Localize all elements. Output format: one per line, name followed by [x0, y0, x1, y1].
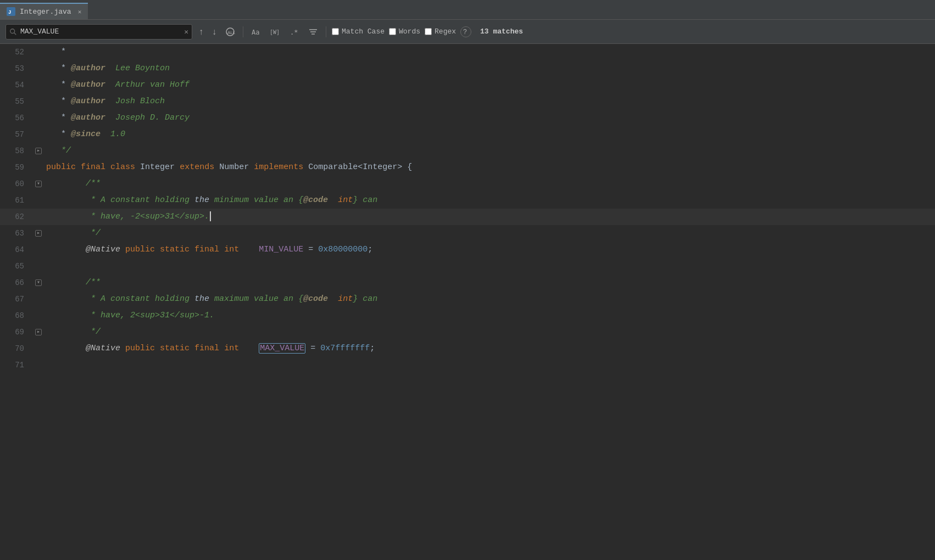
tab-filename: Integer.java — [20, 8, 71, 16]
code-content: * A constant holding the minimum value a… — [44, 192, 935, 209]
fold-gutter — [33, 159, 44, 176]
match-case-checkbox-label[interactable]: Match Case — [332, 27, 385, 36]
line-number: 64 — [0, 242, 33, 258]
fold-close-icon[interactable]: ▸ — [35, 230, 42, 237]
fold-gutter — [33, 340, 44, 357]
fold-gutter: ▸ — [33, 225, 44, 242]
java-file-icon: J — [7, 7, 15, 16]
code-content: * @author Arthur van Hoff — [44, 77, 935, 93]
filter-button[interactable] — [306, 26, 320, 38]
code-content: /** — [44, 275, 935, 291]
match-case-checkbox[interactable] — [332, 28, 339, 35]
svg-text:ALL: ALL — [227, 30, 235, 35]
search-input[interactable] — [20, 27, 181, 36]
svg-text:[W]: [W] — [270, 29, 280, 35]
code-line[interactable]: 56 * @author Joseph D. Darcy — [0, 110, 935, 126]
words-checkbox[interactable] — [389, 28, 396, 35]
fold-open-icon[interactable]: ▾ — [35, 279, 42, 286]
code-line[interactable]: 67 * A constant holding the maximum valu… — [0, 291, 935, 307]
line-number: 66 — [0, 275, 33, 291]
search-find-all-button[interactable]: ALL — [223, 26, 237, 38]
code-content: * @since 1.0 — [44, 126, 935, 143]
help-button[interactable]: ? — [460, 26, 471, 37]
regex-checkbox-label[interactable]: Regex — [425, 27, 456, 36]
line-number: 70 — [0, 340, 33, 357]
word-button-icon: [W] — [270, 27, 281, 37]
toggle-regex-button[interactable]: .* — [287, 26, 302, 38]
code-content — [44, 357, 935, 373]
code-content: * have, 2<sup>31</sup>-1. — [44, 307, 935, 324]
code-line[interactable]: 61 * A constant holding the minimum valu… — [0, 192, 935, 209]
code-content: /** — [44, 176, 935, 192]
tab-integer-java[interactable]: J Integer.java ✕ — [0, 3, 88, 19]
fold-gutter — [33, 192, 44, 209]
line-number: 68 — [0, 307, 33, 324]
tab-close-button[interactable]: ✕ — [78, 8, 82, 15]
match-count: 13 matches — [480, 27, 523, 36]
code-line[interactable]: 58▸ */ — [0, 143, 935, 159]
separator-2 — [326, 26, 326, 37]
line-number: 65 — [0, 258, 33, 275]
fold-gutter — [33, 77, 44, 93]
regex-checkbox[interactable] — [425, 28, 432, 35]
code-content: * @author Lee Boynton — [44, 60, 935, 77]
words-checkbox-label[interactable]: Words — [389, 27, 420, 36]
line-number: 52 — [0, 44, 33, 60]
code-line[interactable]: 65 — [0, 258, 935, 275]
code-content: @Native public static final int MIN_VALU… — [44, 242, 935, 258]
fold-open-icon[interactable]: ▾ — [35, 181, 42, 187]
toggle-case-sensitive-button[interactable]: Aa — [249, 26, 263, 38]
find-all-icon: ALL — [225, 27, 235, 37]
code-line[interactable]: 53 * @author Lee Boynton — [0, 60, 935, 77]
fold-gutter — [33, 258, 44, 275]
line-number: 60 — [0, 176, 33, 192]
line-number: 56 — [0, 110, 33, 126]
svg-line-3 — [14, 32, 16, 35]
case-sensitive-icon: Aa — [251, 27, 261, 37]
code-line[interactable]: 55 * @author Josh Bloch — [0, 93, 935, 110]
code-line[interactable]: 59public final class Integer extends Num… — [0, 159, 935, 176]
fold-gutter — [33, 307, 44, 324]
fold-gutter — [33, 60, 44, 77]
code-line[interactable]: 52 * — [0, 44, 935, 60]
fold-close-icon[interactable]: ▸ — [35, 329, 42, 335]
code-content: * @author Joseph D. Darcy — [44, 110, 935, 126]
search-input-wrapper: ✕ — [5, 24, 192, 40]
line-number: 58 — [0, 143, 33, 159]
code-line[interactable]: 66▾ /** — [0, 275, 935, 291]
line-number: 57 — [0, 126, 33, 143]
regex-label: Regex — [435, 27, 456, 36]
separator-1 — [243, 26, 243, 37]
code-content: * A constant holding the maximum value a… — [44, 291, 935, 307]
code-line[interactable]: 57 * @since 1.0 — [0, 126, 935, 143]
line-number: 67 — [0, 291, 33, 307]
filter-icon — [308, 27, 318, 37]
search-clear-button[interactable]: ✕ — [184, 27, 188, 36]
fold-gutter: ▾ — [33, 176, 44, 192]
line-number: 61 — [0, 192, 33, 209]
search-prev-occurrence-button[interactable]: ↑ — [197, 26, 205, 38]
fold-gutter — [33, 126, 44, 143]
code-line[interactable]: 70 @Native public static final int MAX_V… — [0, 340, 935, 357]
code-editor[interactable]: 52 *53 * @author Lee Boynton54 * @author… — [0, 44, 935, 560]
code-content — [44, 258, 935, 275]
match-case-label: Match Case — [342, 27, 385, 36]
fold-close-icon[interactable]: ▸ — [35, 148, 42, 154]
code-line[interactable]: 69▸ */ — [0, 324, 935, 340]
code-line[interactable]: 71 — [0, 357, 935, 373]
toggle-word-button[interactable]: [W] — [268, 26, 283, 38]
code-line[interactable]: 54 * @author Arthur van Hoff — [0, 77, 935, 93]
code-content: */ — [44, 225, 935, 242]
code-line[interactable]: 64 @Native public static final int MIN_V… — [0, 242, 935, 258]
line-number: 63 — [0, 225, 33, 242]
search-next-occurrence-button[interactable]: ↓ — [210, 26, 219, 38]
search-icon — [9, 28, 17, 36]
code-line[interactable]: 63▸ */ — [0, 225, 935, 242]
tab-bar: J Integer.java ✕ — [0, 0, 935, 20]
code-line[interactable]: 62 * have, -2<sup>31</sup>. — [0, 209, 935, 225]
line-number: 53 — [0, 60, 33, 77]
fold-gutter — [33, 291, 44, 307]
code-line[interactable]: 60▾ /** — [0, 176, 935, 192]
code-line[interactable]: 68 * have, 2<sup>31</sup>-1. — [0, 307, 935, 324]
fold-gutter — [33, 44, 44, 60]
